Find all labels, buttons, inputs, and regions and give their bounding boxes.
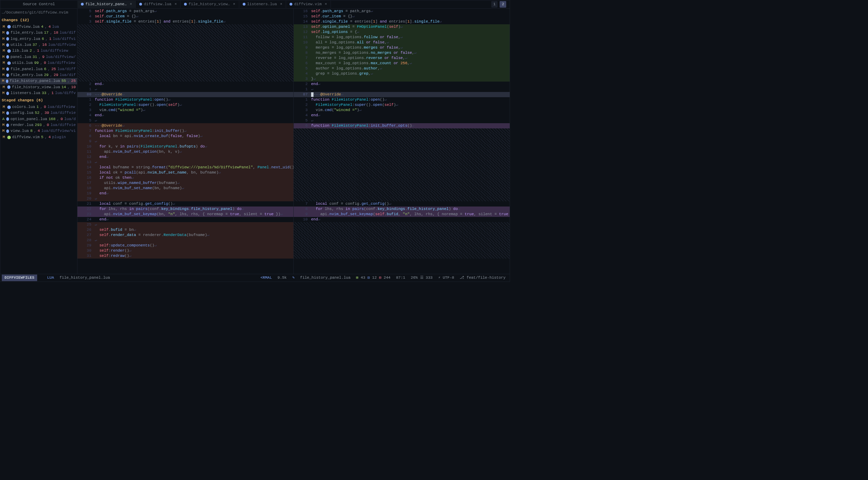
code-line[interactable]: 9 merges = log_options.merges or false,↵ [294,45,510,50]
source-control-sidebar[interactable]: …/Documents/git/diffview.nvim Changes (1… [0,9,77,274]
code-line[interactable]: 20↵ [77,196,293,201]
code-line[interactable]: 3self.single_file = entries[1] and entri… [77,19,293,24]
code-line[interactable] [77,50,293,56]
code-line[interactable]: 23 api.nvim_buf_set_keymap(bn, "n", lhs,… [77,212,293,217]
close-icon[interactable]: × [175,2,177,7]
code-line[interactable]: 3}↵ [294,76,510,82]
code-line[interactable]: 31 self:redraw()↵ [77,253,293,259]
code-line[interactable] [294,238,510,243]
code-line[interactable]: 2end↵ [294,82,510,87]
code-line[interactable]: 6function FileHistoryPanel:init_buffer_o… [294,123,510,128]
code-line[interactable]: 8 no_merges = log_options.no_merges or f… [294,50,510,56]
code-line[interactable] [294,128,510,134]
code-line[interactable]: 7function FileHistoryPanel:init_buffer()… [77,128,293,134]
file-item[interactable]: Aoption_panel.lua 168, 0 lua/d [0,116,77,122]
code-line[interactable]: 24 end↵ [77,217,293,222]
code-line[interactable] [294,134,510,139]
file-item[interactable]: Mfile_panel.lua 6, 25 lua/diff [0,66,77,72]
file-item[interactable]: Mlib.lua 2, 1 lua/diffview [0,48,77,54]
code-line[interactable] [77,24,293,30]
file-item[interactable]: Mlisteners.lua 33, 1 lua/diffv [0,90,77,96]
code-line[interactable]: 5self.path_args = path_args↵ [77,9,293,14]
file-item[interactable]: Mfile_history_view.lua 14, 10 [0,84,77,90]
code-line[interactable]: 7 local conf = config.get_config()↵ [294,201,510,207]
code-line[interactable] [294,180,510,186]
code-line[interactable]: 3 vim.cmd("wincmd =")↵ [77,108,293,113]
code-line[interactable]: 2 FileHistoryPanel:super().open(self)↵ [77,102,293,108]
code-line[interactable]: 8 for lhs, rhs in pairs(conf.key_binding… [294,207,510,212]
code-line[interactable]: 10 all = log_options.all or false,↵ [294,40,510,45]
code-line[interactable]: 16self.path_args = path_args↵ [294,9,510,14]
code-line[interactable] [294,144,510,149]
code-line[interactable] [77,30,293,35]
code-line[interactable] [294,186,510,191]
file-item[interactable]: Mfile_history_panel.lua 55, 25 [0,78,77,84]
close-icon[interactable]: × [130,2,132,7]
code-line[interactable]: 11 follow = log_options.follow or false,… [294,35,510,40]
code-line[interactable] [294,149,510,154]
code-line[interactable]: 15self.cur_item = {}↵ [294,14,510,19]
code-line[interactable]: 12 end↵ [77,154,293,160]
code-line[interactable]: 80---@Override↵ [77,92,293,97]
code-line[interactable]: 17 utils.wipe_named_buffer(bufname)↵ [77,180,293,186]
code-line[interactable]: 2 FileHistoryPanel:super().open(self)↵ [294,102,510,108]
code-line[interactable]: 87---@Override↵ [294,92,510,97]
code-line[interactable]: 30 self:render()↵ [77,248,293,253]
code-line[interactable]: 9↵ [77,139,293,144]
code-line[interactable]: 26 self.bufid = bn↵ [77,227,293,233]
file-item[interactable]: Mutils.lua 37, 16 lua/diffview [0,42,77,48]
code-line[interactable] [294,253,510,259]
code-line[interactable] [294,196,510,201]
code-line[interactable] [77,45,293,50]
code-line[interactable]: 14 local bufname = string.format("diffvi… [77,165,293,170]
code-line[interactable] [77,71,293,76]
close-icon[interactable]: × [233,2,235,7]
code-line[interactable]: 15 local ok = pcall(api.nvim_buf_set_nam… [77,170,293,175]
code-line[interactable] [77,40,293,45]
tab-3[interactable]: listeners.lua× [239,1,286,8]
code-line[interactable] [294,233,510,238]
code-line[interactable]: 13↵ [77,160,293,165]
code-line[interactable]: 1function FileHistoryPanel:open()↵ [294,97,510,102]
file-item[interactable]: Mutils.lua 99, 0 lua/diffview [0,60,77,66]
left-pane[interactable]: 5self.path_args = path_args↵4self.cur_it… [77,9,294,274]
code-line[interactable]: 11 api.nvim_buf_set_option(bn, k, v)↵ [77,149,293,154]
code-line[interactable]: 12self.log_options = {↵ [294,30,510,35]
code-line[interactable] [77,56,293,61]
code-line[interactable] [294,175,510,180]
code-line[interactable]: 19 end↵ [77,191,293,196]
page-1[interactable]: 1 [491,1,498,8]
page-2[interactable]: 2 [500,1,506,8]
right-pane[interactable]: 16self.path_args = path_args↵15self.cur_… [294,9,510,274]
file-item[interactable]: Mfile_entry.lua 17, 18 lua/dif [0,30,77,36]
code-line[interactable] [77,66,293,71]
code-line[interactable]: 29 self:update_components()↵ [77,243,293,248]
code-line[interactable] [294,170,510,175]
tab-2[interactable]: file_history_view…× [181,1,239,8]
file-item[interactable]: Mconfig.lua 52, 39 lua/diffvie [0,110,77,116]
code-line[interactable] [77,35,293,40]
code-line[interactable]: 7 reverse = log_options.reverse or false… [294,56,510,61]
code-line[interactable]: 1↵ [77,87,293,92]
code-line[interactable]: 28↵ [77,238,293,243]
code-line[interactable]: 5↵ [77,118,293,123]
file-item[interactable]: Mlog_entry.lua 6, 1 lua/diffvi [0,36,77,42]
code-line[interactable] [294,165,510,170]
file-item[interactable]: Mdiffview.vim 5, 4 plugin [0,134,77,140]
code-line[interactable]: 13self.option_panel = FHOptionPanel(self… [294,24,510,30]
code-line[interactable]: 10 for k, v in pairs(FileHistoryPanel.bu… [77,144,293,149]
code-line[interactable] [294,139,510,144]
code-line[interactable] [294,248,510,253]
code-line[interactable]: 8 local bn = api.nvim_create_buf(false, … [77,134,293,139]
code-line[interactable]: 14self.single_file = entries[1] and entr… [294,19,510,24]
code-line[interactable] [77,76,293,82]
code-line[interactable]: 16 if not ok then↵ [77,175,293,180]
code-line[interactable]: 9 api.nvim_buf_set_keymap(self.bufid, "n… [294,212,510,217]
code-line[interactable]: 4end↵ [294,113,510,118]
code-line[interactable]: 10end↵ [294,217,510,222]
code-line[interactable] [294,191,510,196]
file-item[interactable]: Mview.lua 8, 4 lua/diffview/vi [0,128,77,134]
code-line[interactable]: 25↵ [77,222,293,227]
code-line[interactable] [294,160,510,165]
file-item[interactable]: Mpanel.lua 31, 9 lua/diffview/ [0,54,77,60]
